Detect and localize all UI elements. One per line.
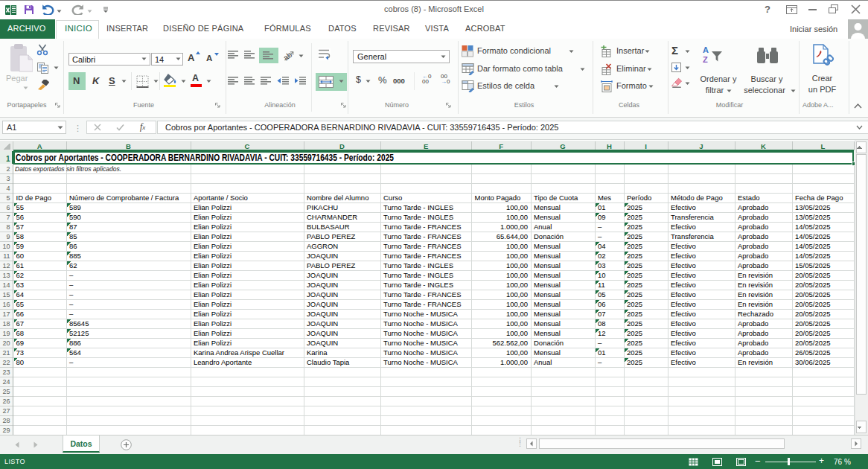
svg-text:03: 03 xyxy=(598,261,606,269)
svg-text:Turno Tarde - FRANCES: Turno Tarde - FRANCES xyxy=(383,252,462,260)
svg-text:Aprobado: Aprobado xyxy=(738,232,768,240)
svg-text:Turno Noche - MUSICA: Turno Noche - MUSICA xyxy=(383,358,459,366)
svg-text:87: 87 xyxy=(69,223,77,231)
svg-text:15/05/2025: 15/05/2025 xyxy=(795,261,831,269)
svg-text:100,00: 100,00 xyxy=(506,290,528,299)
svg-text:Aprobado: Aprobado xyxy=(738,242,768,250)
svg-text:Efectivo: Efectivo xyxy=(671,319,696,328)
svg-text:4: 4 xyxy=(6,185,10,192)
svg-text:Leandro Aportante: Leandro Aportante xyxy=(194,358,252,366)
svg-text:Método de Pago: Método de Pago xyxy=(671,194,723,202)
svg-text:20/05/2025: 20/05/2025 xyxy=(795,300,831,308)
svg-text:20/05/2025: 20/05/2025 xyxy=(795,339,831,347)
svg-text:JOAQUIN: JOAQUIN xyxy=(307,281,338,289)
svg-text:61: 61 xyxy=(16,261,25,269)
svg-text:2025: 2025 xyxy=(627,319,642,328)
svg-text:20/05/2025: 20/05/2025 xyxy=(795,271,831,279)
svg-text:20: 20 xyxy=(2,339,10,347)
svg-text:3: 3 xyxy=(6,175,10,182)
svg-text:2025: 2025 xyxy=(627,339,642,347)
svg-text:Datos exportados sin filtros a: Datos exportados sin filtros aplicados. xyxy=(15,165,121,173)
svg-text:Efectivo: Efectivo xyxy=(671,252,696,260)
svg-text:9: 9 xyxy=(6,233,10,240)
svg-text:Donación: Donación xyxy=(534,232,564,240)
svg-text:BULBASAUR: BULBASAUR xyxy=(307,223,350,231)
svg-text:Turno Tarde - FRANCES: Turno Tarde - FRANCES xyxy=(383,290,462,299)
svg-text:22: 22 xyxy=(2,359,10,366)
svg-text:Elian Polizzi: Elian Polizzi xyxy=(194,281,232,289)
svg-text:Curso: Curso xyxy=(383,194,402,202)
svg-text:Turno Tarde - FRANCES: Turno Tarde - FRANCES xyxy=(383,223,462,231)
svg-text:Aprobado: Aprobado xyxy=(738,319,768,328)
svg-text:2025: 2025 xyxy=(627,300,642,308)
svg-text:Turno Noche - MUSICA: Turno Noche - MUSICA xyxy=(383,319,459,328)
svg-text:Mensual: Mensual xyxy=(534,300,561,308)
svg-text:16: 16 xyxy=(2,301,10,308)
svg-text:Turno Tarde - INGLES: Turno Tarde - INGLES xyxy=(383,281,453,289)
svg-text:100,00: 100,00 xyxy=(506,203,528,211)
svg-text:JOAQUIN: JOAQUIN xyxy=(307,339,338,347)
svg-text:64: 64 xyxy=(16,290,25,299)
svg-text:100,00: 100,00 xyxy=(506,281,528,289)
svg-text:Elian Polizzi: Elian Polizzi xyxy=(194,232,232,240)
svg-text:14/05/2025: 14/05/2025 xyxy=(795,232,831,240)
svg-text:A: A xyxy=(703,45,709,54)
svg-text:2025: 2025 xyxy=(627,203,642,211)
svg-text:Aprobado: Aprobado xyxy=(738,339,768,347)
svg-text:26: 26 xyxy=(2,398,10,405)
svg-text:85: 85 xyxy=(69,232,77,240)
svg-text:JOAQUIN: JOAQUIN xyxy=(307,310,338,318)
svg-text:1: 1 xyxy=(6,155,10,163)
svg-text:73: 73 xyxy=(16,348,25,357)
svg-text:2025: 2025 xyxy=(627,348,642,357)
svg-text:100,00: 100,00 xyxy=(506,300,528,308)
svg-text:65.644,00: 65.644,00 xyxy=(497,232,528,240)
svg-text:12: 12 xyxy=(598,329,606,337)
svg-text:Turno Tarde - FRANCES: Turno Tarde - FRANCES xyxy=(383,300,462,308)
svg-text:20/05/2025: 20/05/2025 xyxy=(795,290,831,299)
svg-text:Mensual: Mensual xyxy=(534,203,561,211)
svg-text:Efectivo: Efectivo xyxy=(671,281,696,289)
svg-text:01: 01 xyxy=(598,203,606,211)
svg-text:07: 07 xyxy=(598,310,606,318)
svg-text:Elian Polizzi: Elian Polizzi xyxy=(194,242,232,250)
svg-text:589: 589 xyxy=(69,203,81,211)
svg-text:62: 62 xyxy=(16,271,25,279)
svg-text:PIKACHU: PIKACHU xyxy=(307,203,338,211)
svg-text:–: – xyxy=(69,271,74,279)
svg-text:55: 55 xyxy=(16,203,25,211)
svg-text:–: – xyxy=(69,290,74,299)
svg-text:100,00: 100,00 xyxy=(506,261,528,269)
svg-text:7: 7 xyxy=(6,214,10,221)
svg-text:JOAQUIN: JOAQUIN xyxy=(307,300,338,308)
svg-text:Elian Polizzi: Elian Polizzi xyxy=(194,223,232,231)
svg-text:24: 24 xyxy=(2,378,10,386)
svg-text:100,00: 100,00 xyxy=(506,310,528,318)
svg-text:Monto Pagado: Monto Pagado xyxy=(475,194,521,202)
svg-text:2025: 2025 xyxy=(627,329,642,337)
svg-text:Aprobado: Aprobado xyxy=(738,203,768,211)
svg-text:08: 08 xyxy=(598,319,606,328)
svg-text:14/05/2025: 14/05/2025 xyxy=(795,223,831,231)
svg-text:Transferencia: Transferencia xyxy=(671,232,714,240)
svg-text:A: A xyxy=(37,142,42,150)
svg-text:B: B xyxy=(126,142,131,150)
svg-text:Estado: Estado xyxy=(738,194,760,202)
svg-text:564: 564 xyxy=(69,348,81,357)
svg-text:Mensual: Mensual xyxy=(534,213,561,221)
svg-text:Turno Noche - MUSICA: Turno Noche - MUSICA xyxy=(383,310,459,318)
svg-text:Elian Polizzi: Elian Polizzi xyxy=(194,203,232,211)
svg-text:Karina Andrea Arispe Cuellar: Karina Andrea Arispe Cuellar xyxy=(194,348,284,357)
svg-text:Transferencia: Transferencia xyxy=(671,213,714,221)
svg-text:100,00: 100,00 xyxy=(506,242,528,250)
svg-text:14/05/2025: 14/05/2025 xyxy=(795,252,831,260)
svg-text:13: 13 xyxy=(2,272,10,279)
svg-text:I: I xyxy=(645,142,647,150)
svg-text:29: 29 xyxy=(2,427,10,434)
svg-text:12: 12 xyxy=(2,262,10,269)
svg-text:–: – xyxy=(598,358,602,366)
svg-text:2025: 2025 xyxy=(627,252,642,260)
svg-text:JOAQUIN: JOAQUIN xyxy=(307,290,338,299)
svg-text:2025: 2025 xyxy=(627,213,642,221)
svg-text:D: D xyxy=(339,142,345,150)
